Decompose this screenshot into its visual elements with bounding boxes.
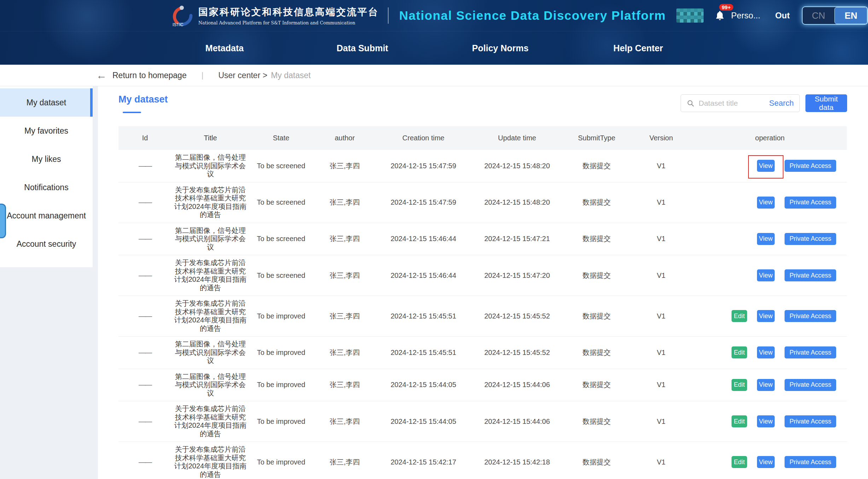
search-input[interactable] — [698, 99, 769, 108]
lang-cn-button[interactable]: CN — [803, 7, 835, 24]
search-icon — [687, 99, 694, 107]
cell-creation-time: 2024-12-15 15:45:51 — [377, 312, 470, 320]
lang-en-button[interactable]: EN — [834, 7, 867, 24]
cell-creation-time: 2024-12-15 15:45:51 — [377, 349, 470, 357]
cell-submit-type: 数据提交 — [564, 380, 629, 390]
cell-author: 张三,李四 — [313, 380, 377, 390]
cell-submit-type: 数据提交 — [564, 161, 629, 171]
side-handle[interactable] — [0, 204, 6, 238]
cell-version: V1 — [629, 458, 693, 466]
cell-title: 第二届图像，信号处理与模式识别国际学术会议 — [171, 153, 249, 179]
cell-update-time: 2024-12-15 15:45:52 — [470, 312, 564, 320]
private-button[interactable]: Private Access — [785, 415, 836, 427]
view-button-wrap: View — [757, 269, 775, 281]
cell-id: —— — [118, 162, 171, 170]
view-button-wrap: View — [757, 456, 775, 468]
view-button-wrap: View — [757, 197, 775, 209]
view-button[interactable]: View — [757, 456, 775, 468]
private-button[interactable]: Private Access — [785, 379, 836, 391]
private-button[interactable]: Private Access — [785, 197, 836, 209]
cell-author: 张三,李四 — [313, 198, 377, 207]
search-button[interactable]: Search — [769, 99, 794, 108]
breadcrumb-separator: | — [202, 71, 204, 80]
private-button[interactable]: Private Access — [785, 233, 836, 245]
cell-author: 张三,李四 — [313, 161, 377, 171]
view-button[interactable]: View — [757, 269, 775, 281]
column-header-state: State — [249, 134, 313, 142]
cell-update-time: 2024-12-15 15:47:21 — [470, 235, 564, 243]
avatar[interactable] — [676, 8, 704, 23]
table-row: —— 第二届图像，信号处理与模式识别国际学术会议 To be screened … — [118, 150, 847, 182]
edit-button[interactable]: Edit — [732, 310, 747, 322]
view-button-wrap: View — [757, 233, 775, 245]
cell-title: 第二届图像，信号处理与模式识别国际学术会议 — [171, 373, 249, 398]
column-header-author: author — [313, 134, 377, 142]
sidebar-item-my-dataset[interactable]: My dataset — [0, 88, 93, 117]
table-row: —— 关于发布集成芯片前沿技术科学基础重大研究计划2024年度项目指南的通告 T… — [118, 296, 847, 337]
notifications-bell[interactable]: 99+ — [714, 8, 726, 23]
sidebar-item-my-favorites[interactable]: My favorites — [0, 117, 93, 145]
operation-cell: EditViewPrivate Access — [693, 379, 847, 391]
user-menu[interactable]: Perso... — [731, 11, 761, 21]
column-header-title: Title — [171, 134, 249, 142]
breadcrumb-path[interactable]: User center > — [218, 71, 267, 80]
sidebar-item-account-management[interactable]: Account management — [0, 201, 93, 230]
platform-title: National Science Data Discovery Platform — [399, 8, 666, 23]
cell-author: 张三,李四 — [313, 457, 377, 467]
table-row: —— 关于发布集成芯片前沿技术科学基础重大研究计划2024年度项目指南的通告 T… — [118, 182, 847, 223]
sidebar-item-account-security[interactable]: Account security — [0, 230, 93, 258]
logo-title-cn: 国家科研论文和科技信息高端交流平台 — [198, 6, 379, 18]
cell-id: —— — [118, 312, 171, 320]
private-button[interactable]: Private Access — [785, 160, 836, 172]
edit-button[interactable]: Edit — [732, 379, 747, 391]
banner-top-row: ISTIC 国家科研论文和科技信息高端交流平台 National Advance… — [0, 0, 868, 31]
edit-button[interactable]: Edit — [732, 415, 747, 427]
view-button[interactable]: View — [757, 346, 775, 358]
cell-creation-time: 2024-12-15 15:46:44 — [377, 271, 470, 280]
view-button[interactable]: View — [757, 160, 775, 172]
view-button-wrap: View — [757, 379, 775, 391]
edit-button[interactable]: Edit — [732, 456, 747, 468]
cell-author: 张三,李四 — [313, 348, 377, 357]
cell-author: 张三,李四 — [313, 234, 377, 244]
sidebar-item-my-likes[interactable]: My likes — [0, 145, 93, 173]
operation-cell: ViewPrivate Access — [693, 160, 847, 172]
private-button[interactable]: Private Access — [785, 346, 836, 358]
cell-state: To be screened — [249, 198, 313, 206]
cell-update-time: 2024-12-15 15:48:20 — [470, 198, 564, 206]
nav-item-help-center[interactable]: Help Center — [569, 43, 707, 53]
private-button[interactable]: Private Access — [785, 310, 836, 322]
cell-title: 关于发布集成芯片前沿技术科学基础重大研究计划2024年度项目指南的通告 — [171, 405, 249, 438]
edit-button[interactable]: Edit — [732, 346, 747, 358]
platform-logo: ISTIC 国家科研论文和科技信息高端交流平台 National Advance… — [171, 4, 379, 27]
nav-item-metadata[interactable]: Metadata — [156, 43, 293, 53]
sidebar-item-notifications[interactable]: Notifications — [0, 173, 93, 201]
back-arrow-icon[interactable]: ← — [96, 70, 107, 81]
cell-creation-time: 2024-12-15 15:47:59 — [377, 198, 470, 206]
view-button[interactable]: View — [757, 379, 775, 391]
column-header-update-time: Update time — [470, 134, 564, 142]
cell-version: V1 — [629, 162, 693, 170]
column-header-id: Id — [118, 134, 171, 142]
cell-id: —— — [118, 198, 171, 206]
cell-update-time: 2024-12-15 15:47:20 — [470, 271, 564, 280]
search-box: Search — [681, 94, 800, 112]
cell-submit-type: 数据提交 — [564, 198, 629, 207]
view-button[interactable]: View — [757, 197, 775, 209]
nav-item-policy-norms[interactable]: Policy Norms — [431, 43, 569, 53]
highlighted-view-button-box: View — [757, 160, 775, 172]
cell-creation-time: 2024-12-15 15:44:05 — [377, 381, 470, 389]
main-panel: My dataset Search Submit data IdTitleSta… — [98, 86, 868, 479]
return-home-link[interactable]: Return to homepage — [112, 71, 187, 80]
submit-data-button[interactable]: Submit data — [805, 94, 847, 112]
private-button[interactable]: Private Access — [785, 269, 836, 281]
breadcrumb: ← Return to homepage | User center > My … — [0, 65, 868, 86]
view-button[interactable]: View — [757, 310, 775, 322]
private-button[interactable]: Private Access — [785, 456, 836, 468]
view-button[interactable]: View — [757, 233, 775, 245]
view-button[interactable]: View — [757, 415, 775, 427]
nav-row: MetadataData SubmitPolicy NormsHelp Cent… — [156, 43, 707, 53]
logout-button[interactable]: Out — [775, 11, 790, 21]
nav-item-data-submit[interactable]: Data Submit — [293, 43, 431, 53]
table-row: —— 第二届图像，信号处理与模式识别国际学术会议 To be screened … — [118, 223, 847, 256]
